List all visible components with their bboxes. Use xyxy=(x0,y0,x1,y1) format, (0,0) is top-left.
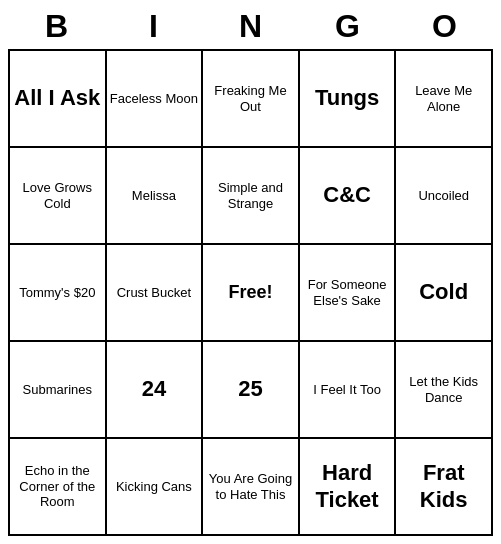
bingo-cell-2: Freaking Me Out xyxy=(203,51,300,148)
bingo-cell-23: Hard Ticket xyxy=(300,439,397,536)
bingo-cell-15: Submarines xyxy=(10,342,107,439)
bingo-cell-12: Free! xyxy=(203,245,300,342)
bingo-cell-13: For Someone Else's Sake xyxy=(300,245,397,342)
bingo-cell-22: You Are Going to Hate This xyxy=(203,439,300,536)
header-b: B xyxy=(8,8,105,45)
bingo-cell-6: Melissa xyxy=(107,148,204,245)
bingo-cell-1: Faceless Moon xyxy=(107,51,204,148)
bingo-cell-18: I Feel It Too xyxy=(300,342,397,439)
bingo-cell-9: Uncoiled xyxy=(396,148,493,245)
bingo-cell-14: Cold xyxy=(396,245,493,342)
bingo-cell-8: C&C xyxy=(300,148,397,245)
bingo-grid: All I AskFaceless MoonFreaking Me OutTun… xyxy=(8,49,493,536)
bingo-cell-11: Crust Bucket xyxy=(107,245,204,342)
bingo-cell-3: Tungs xyxy=(300,51,397,148)
bingo-cell-10: Tommy's $20 xyxy=(10,245,107,342)
bingo-header: B I N G O xyxy=(8,8,493,45)
bingo-cell-19: Let the Kids Dance xyxy=(396,342,493,439)
bingo-cell-5: Love Grows Cold xyxy=(10,148,107,245)
bingo-cell-20: Echo in the Corner of the Room xyxy=(10,439,107,536)
bingo-cell-0: All I Ask xyxy=(10,51,107,148)
header-i: I xyxy=(105,8,202,45)
bingo-cell-4: Leave Me Alone xyxy=(396,51,493,148)
bingo-cell-16: 24 xyxy=(107,342,204,439)
header-g: G xyxy=(299,8,396,45)
bingo-cell-21: Kicking Cans xyxy=(107,439,204,536)
bingo-cell-24: Frat Kids xyxy=(396,439,493,536)
header-n: N xyxy=(202,8,299,45)
header-o: O xyxy=(396,8,493,45)
bingo-cell-17: 25 xyxy=(203,342,300,439)
bingo-cell-7: Simple and Strange xyxy=(203,148,300,245)
